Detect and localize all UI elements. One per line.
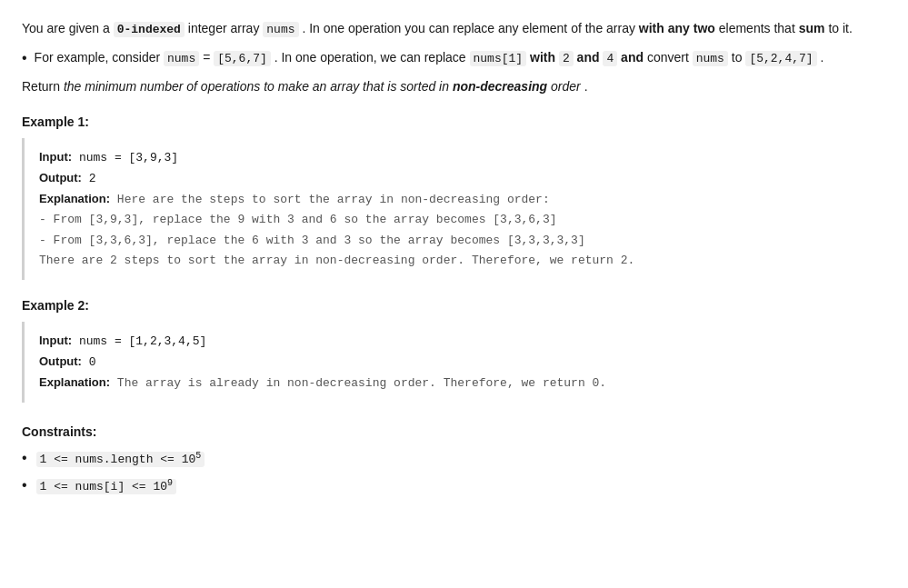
output-label-2: Output:	[39, 354, 82, 368]
return-period: .	[584, 79, 588, 94]
return-prefix: Return	[22, 79, 64, 94]
nums1-code: nums[1]	[470, 51, 527, 66]
example-1-output-line: Output: 2	[39, 168, 872, 189]
constraint-2-bullet: •	[22, 477, 27, 493]
example-1-step1: - From [3,9,3], replace the 9 with 3 and…	[39, 210, 872, 230]
example-1-explanation-line: Explanation: Here are the steps to sort …	[39, 189, 872, 210]
input-value-1: nums = [3,9,3]	[79, 151, 178, 164]
output-value-1: 2	[89, 172, 96, 185]
nums-code-inline: nums	[263, 22, 298, 37]
example-2-title: Example 2:	[22, 298, 886, 313]
any-two-bold: any two	[668, 21, 715, 35]
sum-bold: sum	[799, 21, 825, 35]
example-1-step2: - From [3,3,6,3], replace the 6 with 3 a…	[39, 231, 872, 251]
return-italic-2: order	[551, 79, 581, 94]
constraint-2: • 1 <= nums[i] <= 109	[22, 477, 886, 493]
input-label-2: Input:	[39, 334, 72, 347]
with-bold: with	[639, 21, 664, 35]
convert-text: convert	[647, 50, 693, 65]
example-2-box: Input: nums = [1,2,3,4,5] Output: 0 Expl…	[22, 322, 886, 403]
bullet-content: For example, consider nums = [5,6,7] . I…	[35, 47, 824, 69]
explanation-text-1: Here are the steps to sort the array in …	[117, 193, 550, 206]
result-array-code: [5,2,4,7]	[745, 51, 816, 66]
example-2-section: Example 2: Input: nums = [1,2,3,4,5] Out…	[22, 298, 886, 403]
explanation-text-2: The array is already in non-decreasing o…	[117, 376, 606, 390]
constraints-section: Constraints: • 1 <= nums.length <= 105 •…	[22, 424, 886, 493]
constraint-1-content: 1 <= nums.length <= 105	[36, 450, 205, 465]
example-mid-text: . In one operation, we can replace	[274, 50, 470, 65]
array-example-code: [5,6,7]	[214, 51, 271, 66]
nums-example-code: nums	[164, 51, 199, 66]
input-label-1: Input:	[39, 150, 72, 164]
intro-text-4: elements that	[719, 21, 799, 35]
example-1-conclusion: There are 2 steps to sort the array in n…	[39, 251, 872, 271]
intro-text-5: to it.	[828, 21, 852, 35]
constraint-1: • 1 <= nums.length <= 105	[22, 450, 886, 466]
input-value-2: nums = [1,2,3,4,5]	[79, 334, 206, 348]
intro-text-3: . In one operation you can replace any e…	[302, 21, 638, 35]
num4-code: 4	[603, 51, 617, 66]
intro-text: You are given a	[22, 21, 114, 35]
example-2-output-line: Output: 0	[39, 352, 872, 373]
constraints-title: Constraints:	[22, 424, 886, 439]
example-1-title: Example 1:	[22, 115, 886, 129]
num2-code: 2	[559, 51, 574, 66]
explanation-label-1: Explanation:	[39, 192, 110, 205]
to-text: to	[732, 50, 746, 65]
non-decreasing-bold: non-decreasing	[453, 79, 547, 94]
with-bold-2: with	[530, 50, 555, 65]
return-italic: the minimum number of operations to make…	[64, 79, 453, 94]
indexed-code: 0-indexed	[114, 22, 185, 37]
bullet-symbol: •	[22, 47, 27, 69]
constraint-1-bullet: •	[22, 450, 27, 466]
example-1-box: Input: nums = [3,9,3] Output: 2 Explanat…	[22, 138, 886, 280]
output-label-1: Output:	[39, 171, 82, 184]
example-2-explanation-line: Explanation: The array is already in non…	[39, 373, 872, 394]
example-1-section: Example 1: Input: nums = [3,9,3] Output:…	[22, 115, 886, 280]
and-bold-2: and	[621, 50, 644, 65]
intro-text-2: integer array	[188, 21, 263, 35]
example-1-input-line: Input: nums = [3,9,3]	[39, 147, 872, 168]
explanation-label-2: Explanation:	[39, 375, 110, 389]
constraint-1-code: 1 <= nums.length <= 105	[36, 452, 205, 467]
example-2-input-line: Input: nums = [1,2,3,4,5]	[39, 331, 872, 352]
constraint-2-content: 1 <= nums[i] <= 109	[36, 477, 176, 493]
nums-convert-code: nums	[693, 51, 728, 66]
problem-intro-paragraph: You are given a 0-indexed integer array …	[22, 18, 886, 40]
bullet-example: • For example, consider nums = [5,6,7] .…	[22, 47, 886, 69]
eq-text: =	[203, 50, 214, 65]
example-prefix: For example, consider	[35, 50, 164, 65]
problem-description: You are given a 0-indexed integer array …	[22, 18, 886, 96]
output-value-2: 0	[89, 355, 96, 369]
constraint-2-code: 1 <= nums[i] <= 109	[36, 479, 176, 494]
return-paragraph: Return the minimum number of operations …	[22, 76, 886, 96]
period-text: .	[820, 50, 823, 65]
constraint-2-sup: 9	[167, 477, 173, 487]
and-bold-1: and	[577, 50, 600, 65]
constraint-1-sup: 5	[195, 450, 201, 460]
